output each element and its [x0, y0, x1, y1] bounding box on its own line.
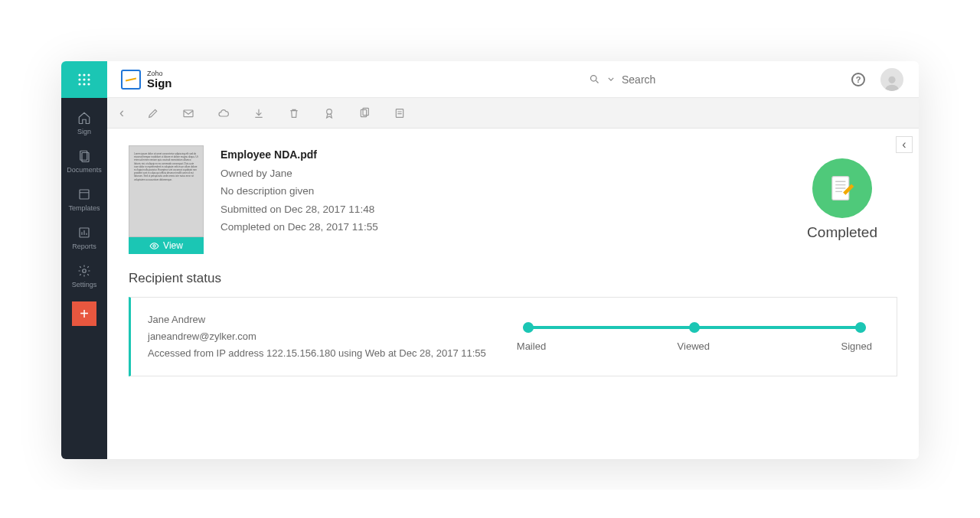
- documents-icon: [77, 149, 91, 163]
- svg-point-7: [83, 83, 85, 85]
- top-actions: ?: [851, 68, 919, 91]
- recipient-email: janeandrew@zylker.com: [148, 328, 486, 345]
- sidebar-item-sign[interactable]: Sign: [61, 104, 107, 142]
- stage-mailed: Mailed: [517, 340, 546, 352]
- download-icon: [253, 107, 265, 119]
- edit-button[interactable]: [147, 107, 159, 119]
- export-button[interactable]: [394, 107, 406, 119]
- sidebar: Sign Documents Templates Reports Setting…: [61, 98, 107, 459]
- svg-point-4: [83, 78, 85, 80]
- help-button[interactable]: ?: [851, 73, 865, 86]
- svg-point-20: [83, 269, 87, 273]
- document-owner: Owned by Jane: [220, 165, 790, 183]
- progress-dot-mailed: [523, 322, 534, 333]
- sidebar-item-templates[interactable]: Templates: [61, 181, 107, 219]
- content: ‹ ‹ Lorem ipsum dolor sit amet consectet…: [107, 98, 919, 459]
- recipient-access: Accessed from IP address 122.15.156.180 …: [148, 345, 486, 362]
- app-switcher-button[interactable]: [61, 61, 107, 98]
- svg-point-2: [87, 73, 90, 76]
- sidebar-item-settings[interactable]: Settings: [61, 257, 107, 295]
- templates-icon: [77, 187, 91, 201]
- svg-point-6: [78, 83, 80, 85]
- search-icon[interactable]: [589, 73, 600, 85]
- document-title: Employee NDA.pdf: [220, 145, 790, 165]
- document-meta: Employee NDA.pdf Owned by Jane No descri…: [220, 145, 790, 254]
- recipient-heading: Recipient status: [129, 271, 897, 286]
- document-section: ‹ Lorem ipsum dolor sit amet consectetur…: [107, 129, 919, 271]
- progress-tracker: Mailed Viewed Signed: [517, 322, 880, 352]
- download-button[interactable]: [253, 107, 265, 119]
- document-thumbnail: Lorem ipsum dolor sit amet consectetur a…: [129, 145, 204, 254]
- status-panel: Completed: [807, 145, 897, 254]
- svg-rect-21: [184, 110, 193, 117]
- apps-grid-icon: [77, 73, 91, 86]
- document-signed-icon: [825, 171, 859, 205]
- document-completed: Completed on Dec 28, 2017 11:55: [220, 218, 790, 236]
- add-button[interactable]: +: [72, 301, 96, 326]
- stage-viewed: Viewed: [678, 340, 710, 352]
- logo-icon: [121, 70, 141, 90]
- certificate-button[interactable]: [323, 107, 335, 119]
- progress-dot-signed: [855, 322, 866, 333]
- recipient-section: Recipient status Jane Andrew janeandrew@…: [107, 271, 919, 392]
- sidebar-item-label: Templates: [68, 204, 100, 212]
- svg-rect-25: [396, 109, 403, 117]
- award-icon: [323, 107, 335, 119]
- sidebar-item-documents[interactable]: Documents: [61, 142, 107, 181]
- search-area: [589, 73, 836, 86]
- main-area: Sign Documents Templates Reports Setting…: [61, 98, 919, 459]
- search-input[interactable]: [622, 73, 836, 86]
- sidebar-item-label: Settings: [72, 281, 97, 288]
- copy-icon: [358, 107, 371, 119]
- sidebar-item-label: Documents: [67, 166, 102, 174]
- topbar: Zoho Sign ?: [61, 61, 919, 98]
- logo[interactable]: Zoho Sign: [107, 70, 172, 90]
- svg-point-0: [78, 73, 80, 76]
- recipient-card: Jane Andrew janeandrew@zylker.com Access…: [129, 297, 897, 376]
- progress-dot-viewed: [689, 322, 700, 333]
- sidebar-item-reports[interactable]: Reports: [61, 219, 107, 257]
- sidebar-item-label: Reports: [72, 243, 96, 250]
- svg-point-5: [87, 78, 90, 80]
- sidebar-item-label: Sign: [77, 128, 91, 135]
- logo-text: Zoho Sign: [147, 70, 172, 89]
- email-button[interactable]: [182, 107, 194, 119]
- mail-icon: [182, 107, 194, 119]
- user-icon: [884, 74, 900, 91]
- action-toolbar: ‹: [107, 98, 919, 129]
- svg-point-9: [591, 76, 597, 82]
- chevron-down-icon[interactable]: [608, 77, 614, 81]
- svg-point-3: [78, 78, 80, 80]
- status-text: Completed: [807, 224, 877, 241]
- svg-point-8: [87, 83, 90, 85]
- delete-button[interactable]: [288, 107, 300, 119]
- stage-signed: Signed: [841, 340, 872, 352]
- file-icon: [394, 107, 406, 119]
- cloud-button[interactable]: [217, 107, 230, 119]
- svg-rect-14: [80, 190, 89, 199]
- recipient-info: Jane Andrew janeandrew@zylker.com Access…: [148, 311, 486, 362]
- app-frame: Zoho Sign ? Sign Documents: [61, 61, 919, 459]
- cloud-icon: [217, 107, 230, 119]
- view-button[interactable]: View: [129, 237, 204, 254]
- copy-button[interactable]: [358, 107, 371, 119]
- svg-point-11: [888, 76, 895, 83]
- document-submitted: Submitted on Dec 28, 2017 11:48: [220, 200, 790, 219]
- reports-icon: [77, 226, 91, 239]
- user-avatar[interactable]: [880, 68, 903, 91]
- svg-point-1: [83, 73, 85, 76]
- thumbnail-preview: Lorem ipsum dolor sit amet consectetur a…: [129, 145, 204, 237]
- pencil-icon: [147, 107, 159, 119]
- home-icon: [77, 111, 91, 125]
- svg-point-28: [153, 244, 155, 246]
- collapse-toggle[interactable]: ‹: [896, 136, 913, 153]
- completed-badge: [812, 158, 872, 218]
- back-button[interactable]: ‹: [119, 105, 124, 121]
- plus-icon: +: [80, 305, 89, 323]
- product-name: Sign: [147, 77, 172, 89]
- gear-icon: [77, 264, 91, 278]
- document-description: No description given: [220, 182, 790, 200]
- recipient-name: Jane Andrew: [148, 311, 486, 328]
- view-label: View: [163, 240, 183, 251]
- eye-icon: [149, 241, 159, 251]
